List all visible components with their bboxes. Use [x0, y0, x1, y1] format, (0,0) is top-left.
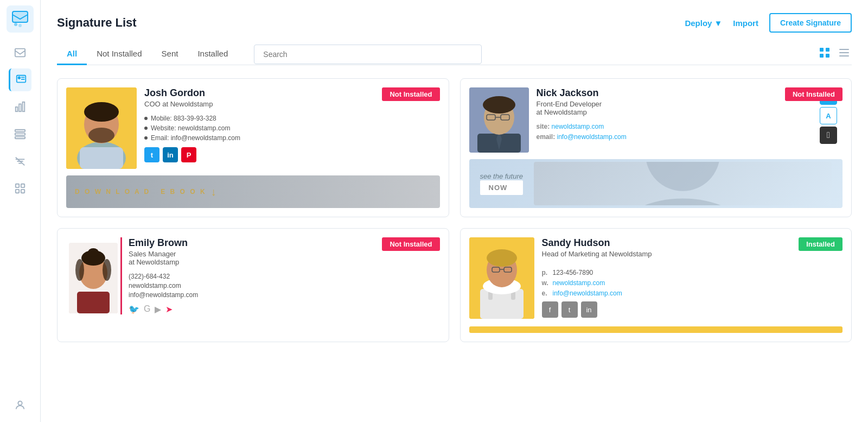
card-josh-gordon: Not Installed: [57, 78, 449, 217]
svg-point-46: [623, 198, 743, 205]
svg-rect-27: [826, 54, 829, 58]
send-icon[interactable]: ➤: [165, 304, 173, 314]
sig-title-josh: COO at Newoldstamp: [144, 100, 440, 108]
sig-mobile-josh: Mobile: 883-39-93-328: [144, 115, 440, 122]
sidebar-item-analytics[interactable]: [9, 96, 31, 118]
sig-top-sandy: Sandy Hudson Head of Marketing at Newold…: [469, 237, 843, 319]
svg-rect-12: [15, 130, 25, 132]
svg-point-45: [646, 162, 720, 191]
banner-cta-nick: NOW: [480, 180, 524, 195]
svg-rect-25: [826, 48, 829, 52]
sidebar: [0, 0, 41, 422]
svg-rect-13: [15, 133, 25, 135]
sig-socials-josh: t in P: [144, 147, 440, 162]
card-sandy-hudson: Installed: [460, 228, 852, 342]
linkedin-icon[interactable]: in: [581, 301, 597, 318]
create-signature-button[interactable]: Create Signature: [769, 13, 852, 33]
sig-email-nick: email: info@newoldstamp.com: [537, 133, 813, 141]
tab-sent[interactable]: Sent: [152, 43, 188, 65]
svg-rect-48: [77, 292, 110, 313]
header-actions: Deploy ▼ Import Create Signature: [685, 13, 852, 33]
svg-point-2: [14, 23, 17, 26]
sig-title-emily: Sales Managerat Newoldstamp: [129, 250, 440, 266]
svg-rect-9: [16, 107, 18, 111]
person-illustration-sandy: [469, 237, 534, 319]
font-size-small-button[interactable]: A: [820, 107, 837, 124]
twitter-icon[interactable]: t: [561, 301, 578, 318]
card-nick-jackson: Not Installed: [460, 78, 852, 217]
photo-josh: [66, 87, 137, 169]
sig-phone-sandy: p. 123-456-7890: [542, 269, 843, 276]
deploy-button[interactable]: Deploy ▼: [685, 18, 722, 28]
svg-point-34: [84, 102, 119, 122]
status-badge-sandy: Installed: [799, 237, 843, 251]
sidebar-item-widgets[interactable]: [9, 177, 31, 200]
view-toggles: [817, 45, 852, 63]
apple-button[interactable]: : [820, 127, 837, 144]
banner-text-josh: D O W N L O A D E B O O K: [75, 188, 207, 196]
svg-point-23: [18, 401, 22, 405]
sig-info-sandy: Sandy Hudson Head of Marketing at Newold…: [542, 237, 843, 318]
bullet-icon: [144, 136, 148, 140]
tab-all[interactable]: All: [57, 43, 87, 65]
tabs: All Not Installed Sent Installed: [57, 43, 238, 65]
svg-point-60: [487, 249, 517, 267]
sidebar-item-campaigns[interactable]: [9, 123, 31, 146]
search-input[interactable]: [254, 45, 482, 64]
page-header: Signature List Deploy ▼ Import Create Si…: [57, 13, 852, 33]
cards-grid: Not Installed: [57, 78, 852, 342]
photo-sandy: [469, 237, 534, 319]
google-icon[interactable]: G: [144, 304, 150, 314]
svg-rect-14: [15, 137, 25, 139]
svg-rect-30: [839, 55, 849, 56]
sig-title-sandy: Head of Marketing at Newoldstamp: [542, 250, 843, 258]
status-badge-emily: Not Installed: [382, 237, 439, 251]
sidebar-item-profile[interactable]: [9, 394, 31, 417]
sig-info-nick: Nick Jackson Front-End Developerat Newol…: [537, 87, 813, 143]
linkedin-icon[interactable]: in: [163, 147, 178, 162]
twitter-icon[interactable]: 🐦: [129, 304, 139, 314]
sig-email-sandy: e. info@newoldstamp.com: [542, 289, 843, 297]
sig-title-nick: Front-End Developerat Newoldstamp: [537, 100, 813, 116]
sig-email-josh: Email: info@newoldstamp.com: [144, 134, 440, 142]
sig-name-nick: Nick Jackson: [537, 87, 813, 99]
person-illustration-emily: [69, 243, 118, 313]
twitter-icon[interactable]: t: [144, 147, 159, 162]
pinterest-icon[interactable]: P: [181, 147, 196, 162]
status-badge-nick: Not Installed: [785, 87, 843, 101]
svg-rect-20: [21, 184, 24, 187]
svg-rect-36: [80, 147, 123, 169]
sidebar-item-email[interactable]: [9, 41, 31, 64]
svg-rect-0: [12, 11, 28, 22]
tab-installed[interactable]: Installed: [188, 43, 238, 65]
svg-rect-26: [820, 54, 824, 58]
tab-not-installed[interactable]: Not Installed: [87, 43, 151, 65]
grid-view-button[interactable]: [817, 45, 832, 63]
app-logo: [7, 5, 34, 33]
status-badge-josh: Not Installed: [382, 87, 439, 101]
photo-nick: [469, 87, 529, 153]
sidebar-item-filters[interactable]: [9, 150, 31, 173]
person-illustration-josh: [66, 87, 137, 169]
svg-point-6: [18, 77, 20, 79]
svg-point-35: [88, 128, 114, 143]
svg-rect-22: [21, 190, 24, 193]
chevron-down-icon: ▼: [714, 18, 722, 28]
banner-image-nick: [534, 162, 832, 205]
sidebar-item-signature[interactable]: [9, 68, 31, 91]
sig-email-emily: info@newoldstamp.com: [129, 291, 440, 299]
video-icon[interactable]: ▶: [155, 304, 161, 314]
sig-website-josh: Website: newoldstamp.com: [144, 124, 440, 132]
sig-website-sandy: w. newoldstamp.com: [542, 279, 843, 287]
svg-rect-4: [15, 49, 25, 57]
person-illustration-nick: [469, 87, 529, 153]
card-emily-brown: Not Installed: [57, 228, 449, 342]
sig-site-nick: site: newoldstamp.com: [537, 123, 813, 130]
photo-emily: [66, 237, 120, 313]
sig-banner-josh: D O W N L O A D E B O O K ↓: [66, 175, 440, 208]
import-button[interactable]: Import: [733, 18, 758, 28]
list-view-button[interactable]: [837, 45, 852, 63]
facebook-icon[interactable]: f: [542, 301, 558, 318]
search-box: [254, 45, 482, 64]
svg-point-52: [75, 259, 84, 281]
